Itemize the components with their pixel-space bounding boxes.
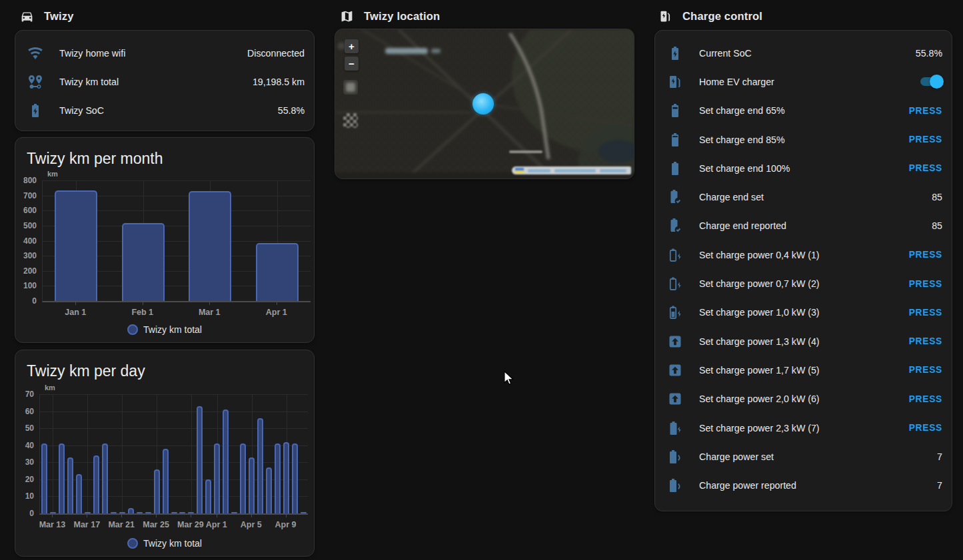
entity-row[interactable]: Set charge power 2,3 kW (7)PRESS xyxy=(655,414,952,442)
axis-tick xyxy=(75,302,76,305)
map-zoom-out-button[interactable]: − xyxy=(345,57,359,71)
entity-label: Set charge end 65% xyxy=(699,105,909,116)
bar xyxy=(111,512,117,513)
chart-plot-area[interactable] xyxy=(42,180,311,302)
car-icon xyxy=(20,9,34,23)
entity-label: Set charge end 100% xyxy=(699,163,909,174)
bar xyxy=(189,191,231,301)
entity-row[interactable]: Set charge end 65%PRESS xyxy=(655,97,952,125)
y-axis-label: 50 xyxy=(14,423,34,433)
map-scale-bar xyxy=(509,150,542,153)
entity-row[interactable]: Set charge power 0,7 kW (2)PRESS xyxy=(655,269,952,298)
entity-row[interactable]: Twizy home wifiDisconnected xyxy=(15,39,314,67)
bar xyxy=(240,443,246,513)
map-zoom-in-button[interactable]: + xyxy=(345,39,359,53)
press-button[interactable]: PRESS xyxy=(909,423,942,433)
press-button[interactable]: PRESS xyxy=(909,308,942,318)
entity-label: Home EV charger xyxy=(699,77,920,87)
entity-row[interactable]: Set charge power 1,0 kW (3)PRESS xyxy=(655,298,952,327)
bar xyxy=(41,443,47,513)
axis-tick xyxy=(143,302,143,305)
battery-full-icon xyxy=(667,160,683,176)
entity-label: Twizy home wifi xyxy=(59,48,247,59)
entity-label: Set charge end 85% xyxy=(699,135,909,145)
bar xyxy=(154,469,160,513)
y-axis-label: 30 xyxy=(14,457,34,467)
entity-value: 55.8% xyxy=(916,48,942,59)
bar xyxy=(301,512,307,513)
map-layers-button[interactable] xyxy=(343,80,358,95)
y-axis-label: 200 xyxy=(17,266,37,276)
flag-icon xyxy=(515,168,524,173)
entity-row[interactable]: Set charge end 100%PRESS xyxy=(655,154,952,182)
entity-row[interactable]: Current SoC55.8% xyxy=(655,39,952,67)
press-button[interactable]: PRESS xyxy=(909,279,942,289)
location-section-header: Twizy location xyxy=(340,9,440,23)
axis-tick xyxy=(217,515,217,517)
entity-row[interactable]: Charge end set85 xyxy=(655,182,952,211)
axis-tick xyxy=(209,302,210,305)
axis-tick xyxy=(121,515,122,517)
bar xyxy=(205,479,211,513)
entity-label: Charge end set xyxy=(699,192,932,202)
axis-tick xyxy=(87,515,87,517)
entity-row[interactable]: Set charge power 1,3 kW (4)PRESS xyxy=(655,327,952,356)
y-axis-label: 10 xyxy=(14,491,34,501)
bar xyxy=(283,442,289,513)
map-fullscreen-button[interactable] xyxy=(343,113,358,128)
entity-row[interactable]: Set charge power 0,4 kW (1)PRESS xyxy=(655,240,952,269)
entity-row[interactable]: Twizy km total19,198.5 km xyxy=(15,67,314,96)
entity-row[interactable]: Set charge end 85%PRESS xyxy=(655,125,952,154)
wifi-icon xyxy=(27,45,43,61)
ev-charger-toggle[interactable] xyxy=(920,77,938,86)
press-button[interactable]: PRESS xyxy=(909,106,942,116)
bar xyxy=(137,512,143,513)
entity-list: Twizy home wifiDisconnectedTwizy km tota… xyxy=(15,31,314,125)
bar xyxy=(223,410,229,513)
y-axis-label: 100 xyxy=(17,281,37,290)
y-axis-label: 700 xyxy=(17,191,37,200)
bar xyxy=(128,508,134,513)
axis-tick xyxy=(191,515,191,517)
entity-value: 7 xyxy=(937,451,942,462)
press-button[interactable]: PRESS xyxy=(909,394,942,404)
chart-legend[interactable]: Twizy km total xyxy=(15,538,314,549)
gridline xyxy=(40,428,308,429)
bar xyxy=(67,457,73,513)
press-button[interactable]: PRESS xyxy=(909,163,942,173)
axis-tick xyxy=(277,302,277,305)
entity-label: Charge power set xyxy=(699,451,937,462)
entity-row[interactable]: Set charge power 2,0 kW (6)PRESS xyxy=(655,385,952,414)
entity-row[interactable]: Charge power reported7 xyxy=(655,471,952,499)
press-button[interactable]: PRESS xyxy=(909,135,942,144)
chart-legend[interactable]: Twizy km total xyxy=(15,324,314,335)
press-button[interactable]: PRESS xyxy=(909,365,942,375)
press-button[interactable]: PRESS xyxy=(909,336,942,346)
battery-check-icon xyxy=(667,218,683,234)
gridline xyxy=(40,445,308,446)
entity-row[interactable]: Charge end reported85 xyxy=(655,212,952,240)
chart-plot-area[interactable] xyxy=(39,394,308,515)
entity-label: Set charge power 1,7 kW (5) xyxy=(699,365,909,376)
entity-row[interactable]: Set charge power 1,7 kW (5)PRESS xyxy=(655,356,952,384)
gridline xyxy=(40,412,308,412)
press-button[interactable]: PRESS xyxy=(909,250,942,260)
y-axis-label: 600 xyxy=(17,206,37,215)
entity-row[interactable]: Twizy SoC55.8% xyxy=(15,97,314,125)
x-axis-label: Feb 1 xyxy=(116,308,169,317)
location-marker[interactable] xyxy=(473,93,494,115)
bar xyxy=(50,512,56,513)
twizy-section-header: Twizy xyxy=(20,9,74,23)
battery-charging-outline-icon xyxy=(667,276,683,292)
entity-row[interactable]: Home EV charger xyxy=(655,67,952,96)
entity-row[interactable]: Charge power set7 xyxy=(655,442,952,471)
entity-value: 55.8% xyxy=(278,105,305,116)
legend-dot-icon xyxy=(127,538,138,549)
y-axis-unit: km xyxy=(45,384,55,392)
map-attribution[interactable] xyxy=(512,166,631,174)
battery-60-icon xyxy=(667,103,683,119)
map-icon xyxy=(340,9,354,23)
bar xyxy=(93,455,99,513)
map-zoom-controls: + − xyxy=(345,39,359,71)
attribution-text xyxy=(554,169,596,172)
